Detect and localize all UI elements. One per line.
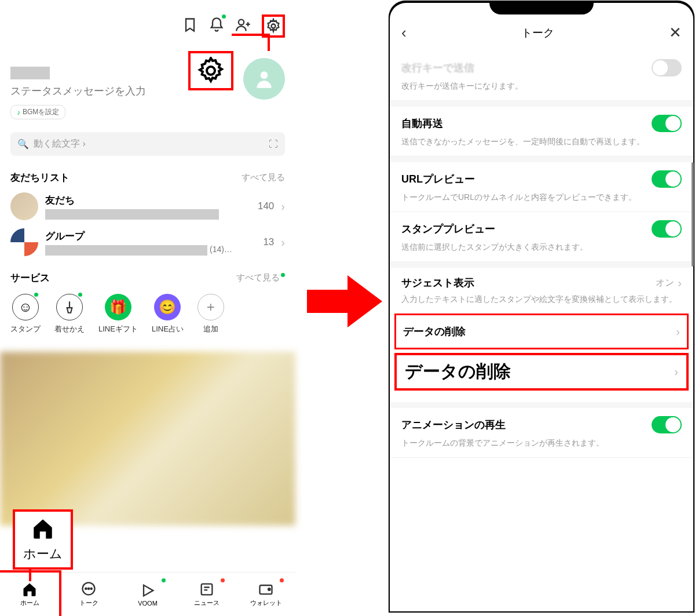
service-gift[interactable]: 🎁LINEギフト — [98, 294, 138, 334]
data-delete-callout: データの削除 › — [394, 353, 689, 391]
friends-see-all[interactable]: すべて見る — [242, 172, 285, 183]
group-avatar — [10, 228, 38, 256]
service-section: サービス すべて見る ☺スタンプ 着せかえ 🎁LINEギフト 😊LINE占い +… — [0, 271, 295, 334]
search-placeholder: 動く絵文字 › — [34, 138, 269, 150]
divider — [390, 262, 693, 268]
home-icon — [31, 516, 55, 541]
wallet-icon — [258, 581, 274, 597]
group-redacted — [45, 245, 207, 256]
friends-avatar — [10, 192, 38, 220]
chevron-right-icon: › — [678, 276, 682, 290]
friends-count: 140 — [258, 201, 274, 212]
smile-icon: ☺ — [12, 294, 39, 320]
bell-icon[interactable] — [209, 17, 225, 35]
talk-settings-screen: ‹ トーク ✕ 改行キーで送信 改行キーが送信キーになります。 自動再送 送信で… — [388, 0, 695, 616]
news-icon — [199, 581, 215, 597]
friends-label: 友だち — [45, 194, 251, 207]
chevron-right-icon: › — [281, 200, 285, 213]
scan-icon[interactable]: ⛶ — [269, 139, 278, 150]
device-notch — [489, 3, 594, 14]
toggle-enter-send[interactable] — [652, 59, 682, 76]
chevron-right-icon: › — [674, 365, 678, 378]
home-screen: ステータスメッセージを入力 ♪BGMを設定 🔍 動く絵文字 › ⛶ 友だちリスト… — [0, 0, 295, 616]
bookmark-icon[interactable] — [182, 17, 198, 35]
toggle-resend[interactable] — [652, 115, 682, 132]
arrow-right — [307, 272, 382, 330]
svg-point-0 — [239, 20, 244, 25]
fortune-icon: 😊 — [154, 294, 181, 320]
tab-talk[interactable]: トーク — [59, 573, 118, 616]
svg-point-7 — [91, 588, 92, 589]
friends-section-title: 友だちリスト — [10, 171, 70, 184]
svg-point-5 — [85, 588, 86, 589]
svg-point-10 — [268, 588, 270, 591]
service-section-title: サービス — [10, 271, 50, 285]
chevron-right-icon: › — [676, 325, 680, 338]
search-bar[interactable]: 🔍 動く絵文字 › ⛶ — [10, 132, 285, 156]
svg-point-3 — [261, 71, 268, 79]
setting-enter-send: 改行キーで送信 改行キーが送信キーになります。 — [390, 51, 693, 101]
setting-auto-resend: 自動再送 送信できなかったメッセージを、一定時間後に自動で再送します。 — [390, 107, 693, 156]
back-button[interactable]: ‹ — [401, 24, 407, 42]
settings-header: ‹ トーク ✕ — [390, 14, 693, 51]
bgm-button[interactable]: ♪BGMを設定 — [10, 105, 65, 119]
friends-redacted — [45, 209, 219, 220]
content-banner[interactable] — [0, 352, 295, 526]
service-add[interactable]: +追加 — [197, 294, 224, 334]
gift-icon: 🎁 — [105, 294, 131, 320]
status-input[interactable]: ステータスメッセージを入力 — [10, 84, 285, 98]
brush-icon — [56, 294, 83, 320]
toggle-url-preview[interactable] — [652, 170, 682, 188]
tab-voom[interactable]: VOOM — [118, 573, 177, 616]
plus-icon: + — [197, 294, 224, 320]
chat-icon — [81, 581, 97, 597]
home-icon — [21, 581, 38, 597]
page-title: トーク — [521, 25, 554, 41]
setting-animation: アニメーションの再生 トークルームの背景でアニメーションが再生されます。 — [390, 408, 693, 458]
toggle-animation[interactable] — [652, 416, 682, 433]
divider — [390, 402, 693, 408]
chevron-right-icon: › — [281, 236, 285, 249]
svg-point-2 — [207, 67, 215, 75]
groups-row[interactable]: グループ (14)… 13 › — [10, 228, 285, 256]
home-callout: ホーム — [13, 509, 73, 570]
divider — [390, 156, 693, 162]
scrollbar[interactable] — [692, 162, 694, 267]
setting-stamp-preview: スタンププレビュー 送信前に選択したスタンプが大きく表示されます。 — [390, 212, 693, 262]
close-button[interactable]: ✕ — [669, 24, 682, 42]
play-icon — [140, 582, 156, 599]
group-label: グループ — [45, 229, 256, 243]
divider — [390, 101, 693, 107]
toggle-stamp-preview[interactable] — [652, 220, 682, 238]
svg-point-6 — [88, 588, 89, 589]
service-stamp[interactable]: ☺スタンプ — [10, 294, 41, 334]
gear-callout — [188, 51, 233, 90]
username-redacted — [10, 67, 50, 79]
top-icon-bar — [0, 0, 295, 38]
setting-suggest[interactable]: サジェスト表示オン› 入力したテキストに適したスタンプや絵文字を変換候補として表… — [390, 268, 693, 314]
group-count: 13 — [263, 236, 274, 248]
svg-point-1 — [272, 24, 276, 28]
friends-row[interactable]: 友だち 140 › — [10, 192, 285, 220]
tab-wallet[interactable]: ウォレット — [236, 573, 295, 616]
profile-avatar[interactable] — [243, 58, 285, 100]
add-friend-icon[interactable] — [235, 17, 251, 35]
setting-data-delete-highlighted[interactable]: データの削除› — [394, 314, 689, 349]
setting-url-preview: URLプレビュー トークルームでURLのサムネイルと内容をプレビューできます。 — [390, 162, 693, 212]
service-theme[interactable]: 着せかえ — [54, 294, 85, 334]
service-see-all[interactable]: すべて見る — [236, 272, 285, 283]
search-icon: 🔍 — [17, 138, 29, 150]
tab-bar: ホーム トーク VOOM ニュース ウォレット — [0, 572, 295, 616]
friends-section: 友だちリスト すべて見る 友だち 140 › グループ (14)… 13 — [0, 171, 295, 256]
service-fortune[interactable]: 😊LINE占い — [152, 294, 184, 334]
tab-news[interactable]: ニュース — [177, 573, 236, 616]
